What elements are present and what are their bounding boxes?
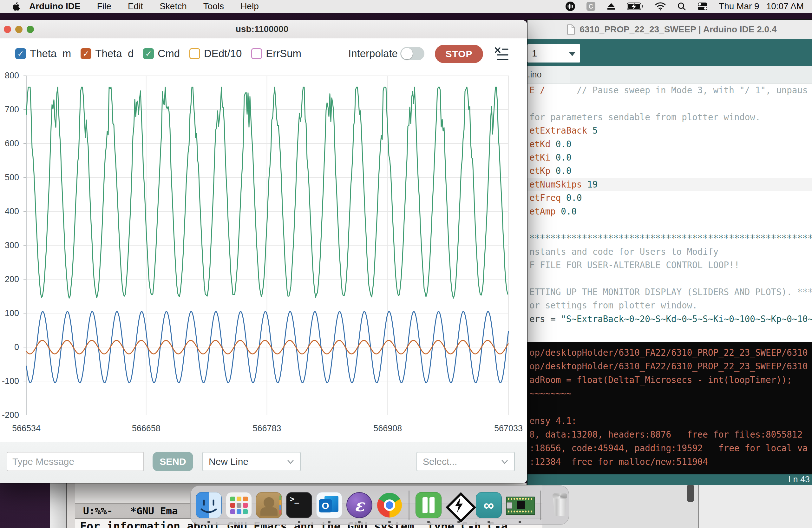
dock-separator — [540, 490, 541, 520]
running-indicator — [519, 521, 521, 523]
code-line: or settings from plotter window. — [527, 299, 812, 312]
y-tick-label: 0 — [0, 342, 19, 352]
dock-icon-finder[interactable] — [196, 492, 222, 518]
message-input[interactable] — [7, 452, 144, 471]
tab-sketch[interactable]: 2.ino — [527, 66, 570, 84]
apple-menu-icon[interactable] — [11, 2, 20, 11]
checkbox-unchecked[interactable] — [251, 48, 262, 59]
dock-icon-flash-diamond[interactable] — [446, 492, 472, 518]
plotter-legend-row: ✓Theta_m✓Theta_d✓CmdDEdt/10ErrSum Interp… — [0, 38, 527, 69]
code-line: for parameters sendable from plotter win… — [527, 111, 812, 124]
code-editor[interactable]: E / // Pause sweep in Mode 3, with "/ 1"… — [527, 84, 812, 326]
ide-console-output[interactable]: op/desktopHolder/6310_FA22/6310_PROP_22_… — [527, 342, 812, 474]
checkbox-checked[interactable]: ✓ — [81, 48, 91, 59]
arduino-ide-window: 6310_PROP_22_23_SWEEP | Arduino IDE 2.0.… — [526, 19, 812, 485]
code-token: F FILE FOR USER-ALTERABLE CONTROL LOOP!! — [530, 260, 739, 270]
x-tick-label: 566534 — [6, 424, 47, 433]
line-ending-select[interactable]: New Line — [202, 452, 301, 471]
checkbox-checked[interactable]: ✓ — [15, 48, 26, 59]
running-indicator — [488, 521, 490, 523]
dock-icon-green-panels[interactable] — [416, 492, 441, 518]
code-line: F FILE FOR USER-ALTERABLE CONTROL LOOP!! — [527, 258, 812, 272]
send-button[interactable]: SEND — [153, 452, 193, 471]
dock-icon-teensy[interactable] — [506, 492, 534, 518]
dock-icon-outlook[interactable]: O — [316, 492, 342, 518]
code-line: etKd 0.0 — [527, 138, 812, 151]
battery-icon[interactable] — [627, 2, 644, 11]
code-token: 0.0 — [550, 166, 571, 176]
c-app-icon[interactable]: C — [586, 2, 596, 11]
control-center-icon[interactable] — [697, 2, 708, 11]
legend-item-theta-m: ✓Theta_m — [15, 47, 71, 60]
console-line: op/desktopHolder/6310_FA22/6310_PROP_22_… — [530, 346, 812, 359]
checkbox-unchecked[interactable] — [189, 48, 200, 59]
menu-item-file[interactable]: File — [97, 1, 111, 11]
code-token: 0.0 — [550, 139, 571, 149]
clear-plot-icon[interactable] — [494, 47, 509, 61]
code-token: 19 — [582, 179, 598, 189]
menu-item-sketch[interactable]: Sketch — [160, 1, 187, 11]
cursor-position: Ln 43 — [788, 475, 810, 485]
dock: >_Oε∞ — [190, 485, 569, 525]
tab-sketch-label: 2.ino — [527, 70, 542, 80]
code-line: etExtraBack 5 — [527, 124, 812, 137]
stop-button[interactable]: STOP — [435, 45, 483, 63]
audio-app-icon[interactable] — [565, 1, 575, 11]
dock-icon-arduino[interactable]: ∞ — [476, 492, 502, 518]
running-indicator — [388, 521, 391, 523]
document-icon — [567, 25, 575, 34]
dock-icon-contacts[interactable] — [256, 492, 282, 518]
menu-item-tools[interactable]: Tools — [203, 1, 224, 11]
legend-item-cmd: ✓Cmd — [143, 47, 180, 60]
code-token: 0.0 — [550, 152, 571, 162]
menu-clock[interactable]: Thu Mar 9 10:07 AM — [719, 1, 804, 11]
search-icon[interactable] — [677, 2, 686, 11]
menu-item-edit[interactable]: Edit — [128, 1, 143, 11]
interpolate-label: Interpolate — [348, 38, 398, 69]
dock-icon-emacs[interactable]: ε — [346, 492, 372, 518]
plotter-window-title: usb:1100000 — [0, 20, 527, 38]
running-indicator — [298, 521, 300, 523]
code-line — [527, 97, 812, 110]
code-token: ****************************************… — [530, 233, 812, 243]
y-tick-label: 600 — [0, 139, 19, 148]
board-selector-value: 1 — [532, 48, 537, 59]
wifi-icon[interactable] — [655, 2, 666, 11]
legend-item-errsum: ErrSum — [251, 47, 301, 60]
x-tick-label: 567033 — [488, 424, 527, 433]
board-selector[interactable]: 1 — [527, 44, 580, 62]
plotter-title-bar: usb:1100000 — [0, 20, 527, 39]
interpolate-toggle[interactable] — [400, 47, 424, 60]
code-token: etKi — [530, 152, 550, 162]
console-line: ensy 4.1: — [530, 414, 812, 428]
legend-label: ErrSum — [266, 47, 301, 60]
code-token: nstants and code for Users to Modify — [530, 246, 719, 257]
emacs-scrollbar[interactable] — [67, 483, 75, 528]
code-token: etNumSkips — [530, 179, 582, 189]
menu-item-help[interactable]: Help — [241, 1, 259, 11]
code-token: etFreq — [530, 192, 561, 203]
code-token: E / — [530, 85, 545, 95]
dock-icon-trash[interactable] — [547, 492, 573, 518]
code-token: 0.0 — [556, 206, 577, 216]
dock-icon-terminal[interactable]: >_ — [286, 492, 312, 518]
code-line — [527, 218, 812, 231]
legend-label: Theta_m — [30, 47, 71, 60]
legend-item-theta-d: ✓Theta_d — [81, 47, 133, 60]
ide-title-bar: 6310_PROP_22_23_SWEEP | Arduino IDE 2.0.… — [527, 20, 812, 39]
y-tick-label: -100 — [0, 376, 19, 386]
code-line: ETTING UP THE MONITOR DISPLAY (SLIDERS A… — [527, 285, 812, 299]
code-token: etKp — [530, 166, 550, 176]
device-select[interactable]: Select... — [417, 452, 515, 471]
y-tick-label: 500 — [0, 173, 19, 183]
eject-icon[interactable] — [607, 2, 616, 11]
desktop: Arduino IDE FileEditSketchToolsHelp C — [0, 0, 812, 528]
code-line: etKi 0.0 — [527, 151, 812, 164]
dock-icon-launchpad[interactable] — [226, 492, 252, 518]
menu-app-name[interactable]: Arduino IDE — [29, 1, 81, 11]
checkbox-checked[interactable]: ✓ — [143, 48, 154, 59]
code-line: etNumSkips 19 — [527, 178, 812, 191]
scrollbar-thumb[interactable] — [687, 484, 694, 502]
dock-icon-chrome[interactable] — [377, 492, 403, 518]
y-tick-label: -200 — [0, 410, 19, 420]
